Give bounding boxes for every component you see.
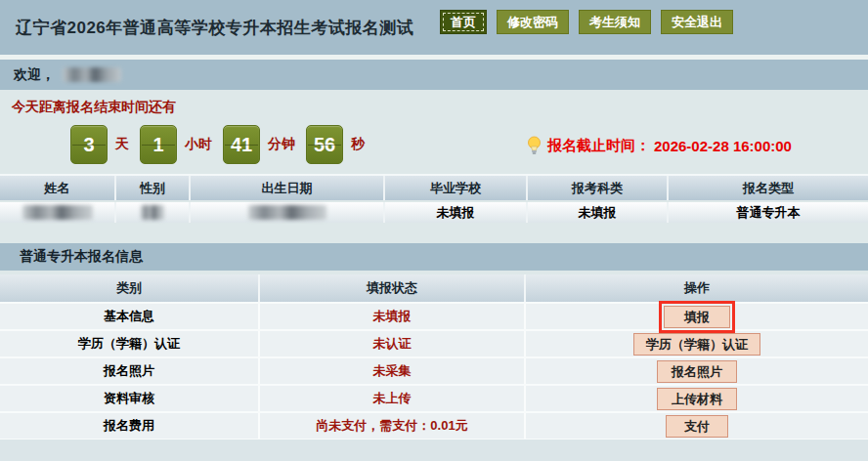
redacted-user-name [63,67,121,82]
section-title: 普通专升本报名信息 [20,248,143,266]
table-row-education-verification: 学历（学籍）认证 未认证 学历（学籍）认证 [0,331,868,356]
cell-name [0,202,116,223]
candidate-summary-data-row: 未填报 未填报 普通专升本 [0,202,868,223]
lightbulb-icon [527,136,542,155]
category-fee: 报名费用 [104,417,154,435]
category-basic-info: 基本信息 [104,308,154,325]
welcome-bar: 欢迎， [0,60,868,90]
deadline-label: 报名截止时间： [547,137,650,155]
table-row-photo: 报名照片 未采集 报名照片 [0,358,868,384]
countdown-timer: 3 天 1 小时 41 分钟 56 秒 [70,125,375,164]
countdown-days-value: 3 [70,125,108,164]
category-photo: 报名照片 [104,362,154,380]
countdown-days-unit: 天 [115,136,129,153]
top-nav: 首页 修改密码 考生须知 安全退出 [440,10,733,34]
col-header-fill-status: 填报状态 [260,274,526,302]
candidate-summary-header-row: 姓名 性别 出生日期 毕业学校 报考科类 报名类型 [0,174,868,200]
table-row-material-review: 资料审核 未上传 上传材料 [0,386,868,411]
col-header-birthdate: 出生日期 [191,176,385,200]
registration-status-table: 类别 填报状态 操作 基本信息 未填报 填报 学历（学籍）认证 未认证 学历（学… [0,274,868,440]
col-header-operation: 操作 [526,274,868,302]
nav-home-button[interactable]: 首页 [440,10,487,34]
table-row-basic-info: 基本信息 未填报 填报 [0,304,868,329]
status-fee: 尚未支付，需支付：0.01元 [316,417,467,435]
status-table-header-row: 类别 填报状态 操作 [0,274,868,302]
countdown-seconds-unit: 秒 [351,136,365,153]
countdown-caption: 今天距离报名结束时间还有 [12,99,176,116]
status-education-verification: 未认证 [373,335,412,353]
status-photo: 未采集 [373,362,412,380]
redacted-name [22,205,93,220]
countdown-hours-value: 1 [140,125,177,164]
registration-portal-page: 辽宁省2026年普通高等学校专升本招生考试报名测试 首页 修改密码 考生须知 安… [0,0,868,461]
section-bar: 普通专升本报名信息 [0,243,868,271]
table-row-fee: 报名费用 尚未支付，需支付：0.01元 支付 [0,413,868,439]
cell-birthdate [191,202,385,223]
top-header: 辽宁省2026年普通高等学校专升本招生考试报名测试 首页 修改密码 考生须知 安… [0,0,868,55]
candidate-summary-table: 姓名 性别 出生日期 毕业学校 报考科类 报名类型 未填报 未填报 普通专升本 [0,174,868,223]
education-verification-button[interactable]: 学历（学籍）认证 [633,333,760,356]
page-title: 辽宁省2026年普通高等学校专升本招生考试报名测试 [16,17,413,39]
redacted-birthdate [248,205,326,220]
redacted-gender [141,205,164,220]
nav-candidate-notice-button[interactable]: 考生须知 [579,10,651,34]
col-header-name: 姓名 [0,176,116,200]
deadline-value: 2026-02-28 16:00:00 [654,138,792,154]
countdown-minutes-unit: 分钟 [268,136,295,153]
cell-graduate-school: 未填报 [385,202,528,223]
registration-photo-button[interactable]: 报名照片 [657,360,737,383]
cell-registration-type: 普通专升本 [669,202,868,223]
category-education-verification: 学历（学籍）认证 [78,335,180,353]
countdown-seconds-value: 56 [306,125,343,164]
nav-safe-logout-button[interactable]: 安全退出 [661,10,733,34]
upload-materials-button[interactable]: 上传材料 [657,388,737,410]
status-basic-info: 未填报 [373,308,412,325]
col-header-registration-type: 报名类型 [669,176,868,200]
fill-in-button[interactable]: 填报 [664,306,730,328]
col-header-category: 类别 [0,274,260,302]
bottom-strip [0,440,868,461]
welcome-label: 欢迎， [14,66,55,84]
category-material-review: 资料审核 [104,390,154,407]
col-header-graduate-school: 毕业学校 [385,176,528,200]
cell-exam-category: 未填报 [528,202,669,223]
pay-button[interactable]: 支付 [666,415,728,438]
col-header-gender: 性别 [116,176,191,200]
status-material-review: 未上传 [373,390,412,407]
nav-change-password-button[interactable]: 修改密码 [497,10,569,34]
col-header-exam-category: 报考科类 [528,176,669,200]
deadline-notice: 报名截止时间： 2026-02-28 16:00:00 [527,136,792,155]
countdown-hours-unit: 小时 [185,136,212,153]
cell-gender [116,202,191,223]
countdown-minutes-value: 41 [223,125,260,164]
